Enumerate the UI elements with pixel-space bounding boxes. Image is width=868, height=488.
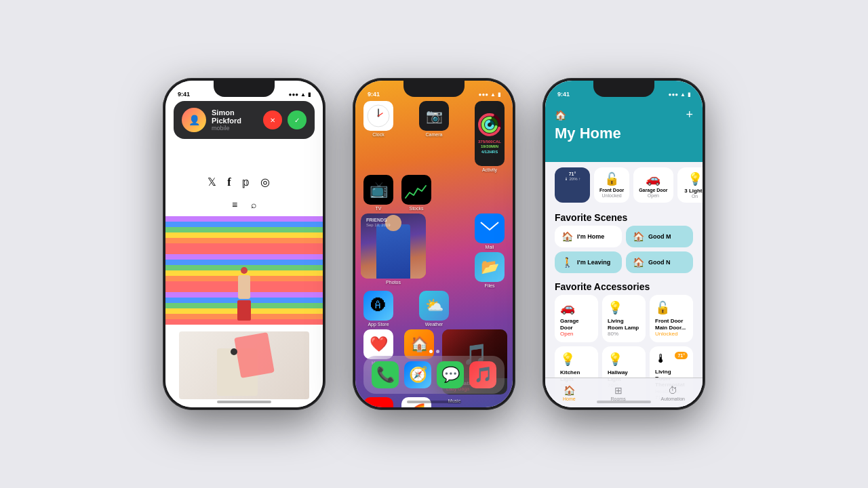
tab-automation-icon: ⏱ bbox=[668, 385, 677, 396]
menu-icon[interactable]: ≡ bbox=[232, 199, 237, 210]
acc-lamp-icon: 💡 bbox=[608, 300, 640, 315]
social-icons-row: 𝕏 f 𝕡 ◎ bbox=[165, 176, 323, 188]
stocks-label: Stocks bbox=[409, 206, 423, 211]
app-news[interactable]: N News bbox=[361, 397, 396, 407]
accept-icon: ✓ bbox=[294, 117, 300, 124]
status-icons-3: ●●● ▲ ▮ bbox=[669, 92, 690, 98]
scene-good-night[interactable]: 🏠 Good N bbox=[626, 251, 693, 273]
stocks-icon bbox=[401, 175, 431, 205]
garage-label: Open bbox=[639, 193, 667, 198]
scenes-section-title: Favorite Scenes bbox=[545, 208, 703, 226]
app-dock: 📞 🧭 💬 🎵 bbox=[363, 356, 505, 394]
night-scene-label: Good N bbox=[648, 259, 671, 266]
camera-label: Camera bbox=[426, 132, 443, 137]
caller-avatar: 👤 bbox=[182, 108, 206, 132]
dock-messages[interactable]: 💬 bbox=[437, 361, 464, 388]
tab-home[interactable]: 🏠 Home bbox=[563, 385, 576, 401]
incoming-call-banner[interactable]: 👤 Simon Pickford mobile ✕ ✓ bbox=[174, 101, 315, 139]
caller-name: Simon Pickford bbox=[212, 108, 258, 125]
tv-label: TV bbox=[376, 206, 382, 211]
garage-door-tile[interactable]: 🚗 Garage Door Open bbox=[633, 167, 673, 203]
tab-automation-label: Automation bbox=[661, 396, 685, 401]
app-weather[interactable]: ⛅ Weather bbox=[416, 291, 452, 327]
dot-2 bbox=[436, 350, 439, 353]
notch-1 bbox=[214, 81, 275, 97]
app-activity[interactable]: 375/500CAL 19/30MIN 4/12HRS Activity bbox=[472, 101, 507, 172]
app-files[interactable]: 📂 Files bbox=[472, 252, 507, 288]
hero-image bbox=[165, 216, 323, 325]
call-buttons: ✕ ✓ bbox=[263, 110, 307, 129]
signal-icon-1: ●●● bbox=[289, 92, 299, 98]
facebook-icon[interactable]: f bbox=[227, 176, 231, 188]
leaving-scene-icon: 🚶 bbox=[561, 257, 573, 268]
twitter-icon[interactable]: 𝕏 bbox=[208, 176, 216, 188]
temp-tile[interactable]: 71° 🌡 20% ↑ bbox=[555, 167, 590, 203]
activity-label: Activity bbox=[482, 167, 497, 172]
search-icon[interactable]: ⌕ bbox=[251, 199, 256, 210]
wifi-icon-2: ▲ bbox=[490, 92, 496, 98]
wifi-icon-3: ▲ bbox=[680, 92, 686, 98]
health-icon: ❤️ bbox=[363, 329, 393, 359]
app-camera[interactable]: 📷 Camera bbox=[416, 101, 452, 172]
activity-hrs: 4/12HRS bbox=[481, 150, 498, 155]
app-photos-widget[interactable]: FRIENDS Sep 10, 2019 Photos bbox=[361, 214, 426, 288]
lights-icon: 💡 bbox=[683, 171, 703, 186]
caller-type: mobile bbox=[212, 125, 258, 131]
app-mail[interactable]: Mail bbox=[472, 214, 507, 249]
app-tv[interactable]: 📺 TV bbox=[361, 175, 396, 211]
status-icons-2: ●●● ▲ ▮ bbox=[479, 92, 500, 98]
app-row-4: 🅐 App Store ⛅ Weather bbox=[361, 291, 507, 327]
status-time-3: 9:41 bbox=[557, 91, 570, 98]
garage-val: Garage Door bbox=[639, 188, 667, 193]
weather-icon: ⛅ bbox=[419, 291, 449, 321]
status-time-2: 9:41 bbox=[368, 91, 380, 98]
accessories-section-title: Favorite Accessories bbox=[545, 277, 703, 295]
mail-label: Mail bbox=[486, 245, 494, 249]
website-photo bbox=[179, 331, 309, 399]
home-title: My Home bbox=[555, 125, 693, 142]
news-icon: N bbox=[363, 397, 393, 407]
tab-home-icon: 🏠 bbox=[564, 385, 575, 396]
battery-icon-2: ▮ bbox=[498, 92, 500, 98]
leaving-scene-label: I'm Leaving bbox=[577, 259, 610, 266]
home-indicator-2 bbox=[407, 401, 461, 403]
acc-garage-door[interactable]: 🚗 Garage Door Open bbox=[555, 295, 598, 342]
home-header-icon: 🏠 bbox=[555, 110, 566, 121]
home-top-bar: 🏠 + bbox=[555, 108, 693, 122]
morning-scene-label: Good M bbox=[648, 233, 671, 240]
tab-rooms[interactable]: ⊞ Rooms bbox=[611, 385, 626, 401]
status-icons-1: ●●● ▲ ▮ bbox=[289, 92, 311, 98]
acc-front-door[interactable]: 🔓 Front Door Main Door... Unlocked bbox=[650, 295, 693, 342]
scene-good-morning[interactable]: 🏠 Good M bbox=[626, 226, 693, 247]
app-appstore[interactable]: 🅐 App Store bbox=[361, 291, 396, 327]
tab-automation[interactable]: ⏱ Automation bbox=[661, 385, 685, 401]
home-indicator-1 bbox=[217, 401, 271, 403]
dock-phone[interactable]: 📞 bbox=[372, 361, 399, 388]
app-stocks[interactable]: Stocks bbox=[399, 175, 434, 211]
lights-tile[interactable]: 💡 3 Lights On bbox=[677, 167, 703, 203]
acc-garage-icon: 🚗 bbox=[560, 300, 593, 315]
phone3-screen: 9:41 ●●● ▲ ▮ 🏠 + My Home 71° bbox=[545, 81, 703, 407]
add-button[interactable]: + bbox=[686, 108, 693, 122]
night-scene-icon: 🏠 bbox=[633, 257, 644, 268]
home-icon: 🏠 bbox=[404, 329, 434, 359]
acc-garage-name: Garage Door bbox=[560, 318, 593, 331]
app-clock[interactable]: Clock bbox=[361, 101, 396, 172]
dock-music[interactable]: 🎵 bbox=[469, 361, 496, 388]
scene-im-leaving[interactable]: 🚶 I'm Leaving bbox=[555, 251, 622, 273]
app-row-2: 📺 TV Stocks bbox=[361, 175, 507, 211]
accept-button[interactable]: ✓ bbox=[288, 110, 307, 129]
instagram-icon[interactable]: ◎ bbox=[260, 176, 270, 188]
garage-icon: 🚗 bbox=[639, 171, 667, 186]
scene-im-home[interactable]: 🏠 I'm Home bbox=[555, 226, 622, 247]
acc-living-lamp[interactable]: 💡 Living Room Lamp 80% bbox=[602, 295, 646, 342]
acc-thermo-icon: 🌡 bbox=[655, 352, 667, 366]
front-door-label: Unlocked bbox=[599, 193, 624, 198]
acc-hallway-icon: 💡 bbox=[608, 352, 640, 367]
decline-button[interactable]: ✕ bbox=[263, 110, 282, 129]
scenes-grid: 🏠 I'm Home 🏠 Good M 🚶 I'm Leaving 🏠 Good… bbox=[545, 226, 703, 273]
dock-safari[interactable]: 🧭 bbox=[404, 361, 431, 388]
front-door-tile[interactable]: 🔓 Front Door Unlocked bbox=[594, 167, 629, 203]
phone-1: 9:41 ●●● ▲ ▮ 👤 Simon Pickford mobile ✕ bbox=[163, 78, 326, 410]
pinterest-icon[interactable]: 𝕡 bbox=[242, 176, 250, 188]
